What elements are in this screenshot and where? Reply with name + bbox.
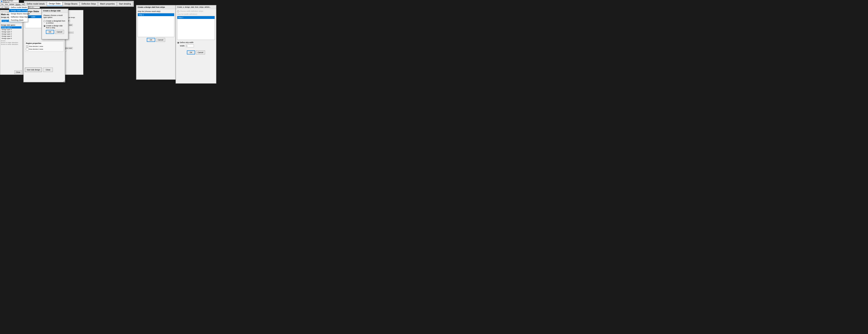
menu-view[interactable]: View: [5, 3, 8, 5]
menu-file[interactable]: File: [1, 3, 4, 5]
show-dir1-label: Show direction 1 areas: [29, 45, 43, 47]
strips-dialog-2: Create_a_design_slab_from_strips_definit…: [176, 5, 216, 84]
define-width-radio[interactable]: [177, 42, 179, 44]
region-props-title: Region properties: [26, 42, 63, 44]
menu-action[interactable]: Action: [9, 3, 14, 5]
width-input-row: Width:: [180, 44, 215, 47]
resize-handle[interactable]: [63, 80, 65, 82]
show-dir2-label: Show direction 2 areas: [29, 49, 43, 50]
span-item-4[interactable]: Design span 4: [1, 33, 22, 35]
option2-radio[interactable]: [43, 25, 45, 27]
menu-deflection-strips-manager[interactable]: Deflection Strips Manager: [9, 16, 28, 19]
choose-width-row: Choose width definition strips:: [177, 10, 215, 12]
strips1-buttons: OK Cancel: [137, 38, 174, 42]
menu-define-model[interactable]: Define model details: [9, 6, 28, 9]
define-strip-width-row: Define strip width: [177, 41, 215, 44]
strips2-buttons: OK Cancel: [177, 51, 215, 55]
strips-dialog-1: Create a design slab from strips Strip l…: [136, 5, 176, 80]
errors-label: Errors:: [1, 40, 22, 42]
strips1-ok-btn[interactable]: OK: [147, 38, 155, 42]
create-slab-cancel-btn[interactable]: Cancel: [55, 30, 64, 34]
tab-deflection-strips[interactable]: Deflection Strips: [80, 2, 98, 6]
slabs-bottom-buttons: Start slab design Close: [25, 68, 64, 72]
errors-major: Errors in major direction:: [1, 42, 22, 43]
result-strip-list[interactable]: Strip 1: [137, 13, 174, 37]
show-dir2-row: Show direction 2 areas: [26, 48, 63, 51]
span-item-3[interactable]: Design span 3: [1, 31, 22, 33]
nav-tabs: Define model details Design Slabs Design…: [24, 1, 134, 7]
menu-design-beams-manager[interactable]: Design Beams Manager: [9, 12, 28, 16]
show-dir1-row: Show direction 1 areas: [26, 45, 63, 48]
menu-design[interactable]: Design: [16, 3, 21, 5]
errors-minor: Errors in minor direction:: [1, 43, 22, 45]
width-def-list-label: Strip list (width definition):: [177, 13, 215, 15]
option2-label: Create a design slab from a strip.: [46, 25, 66, 29]
menu-punching-check[interactable]: Punching check: [9, 19, 28, 22]
create-slab-prompt: Pleases choose a result type option:: [43, 14, 66, 18]
spans-list[interactable]: Design span 1 Design span 2 Design span …: [1, 26, 22, 39]
strips-dialog2-body: Choose width definition strips: Strip li…: [176, 9, 216, 56]
tab-define-model[interactable]: Define model details: [25, 2, 47, 6]
errors-section: Errors: Errors in major direction: Error…: [1, 40, 22, 45]
strips-dialog1-body: Strip list (choose result strip): Strip …: [136, 9, 176, 43]
span-item-5[interactable]: Design span 5: [1, 35, 22, 37]
strips2-ok-btn[interactable]: OK: [187, 51, 195, 55]
define-strip-width-label: Define strip width: [180, 41, 193, 43]
app-title: BE4E-PLDesign - [Project 2]: [3, 0, 18, 3]
width-def-strip-list[interactable]: Strip 1: [177, 16, 215, 40]
menu-design-slabs-manager[interactable]: Design Slabs Manager: [9, 9, 28, 12]
width-strip-item[interactable]: Strip 1: [177, 16, 215, 19]
close-design-slabs-btn[interactable]: Close: [43, 68, 53, 72]
tab-start-detailing[interactable]: Start detailing: [117, 2, 133, 6]
option1-label: Create a designlab from a contour.: [46, 20, 66, 24]
span-item-6[interactable]: Design span 6: [1, 37, 22, 39]
choose-width-label: Choose width definition strips:: [180, 10, 204, 12]
tab-design-slabs[interactable]: Design Slabs: [47, 2, 62, 6]
strips2-cancel-btn[interactable]: Cancel: [196, 51, 205, 55]
title-bar: BE4E-PLDesign - [Project 2]: [0, 0, 19, 3]
start-design-btn[interactable]: Start slab design: [25, 68, 42, 72]
option2-row: Create a design slab from a strip.: [43, 25, 66, 29]
design-dropdown-menu: Define model details Design Slabs Manage…: [9, 6, 28, 22]
strips2-width-label: Width:: [180, 45, 185, 47]
option1-radio[interactable]: [43, 20, 45, 22]
choose-width-radio[interactable]: [177, 10, 179, 12]
span-item-2[interactable]: Design span 2: [1, 29, 22, 31]
create-slab-body: Pleases choose a result type option: Cre…: [42, 13, 68, 35]
create-slab-dialog: Create a design slab Pleases choose a re…: [41, 8, 68, 39]
strips-dialog1-title: Create a design slab from strips: [136, 5, 176, 9]
strips1-cancel-btn[interactable]: Cancel: [156, 38, 165, 42]
close-edit-slab-btn[interactable]: Close: [14, 70, 22, 74]
strip-item-1[interactable]: Strip 1: [138, 13, 174, 16]
show-dir1-checkbox[interactable]: [26, 45, 29, 48]
create-slab-buttons: OK Cancel: [43, 30, 66, 34]
tab-design-beams[interactable]: Design Beams: [63, 2, 80, 6]
strips-dialog2-title: Create_a_design_slab_from_strips_definit…: [176, 5, 216, 9]
span-item-1[interactable]: Design span 1: [1, 26, 22, 29]
toolbar-lc[interactable]: .LC: [1, 6, 3, 8]
option1-row: Create a designlab from a contour.: [43, 20, 66, 24]
app-icon: [1, 1, 2, 2]
strip-list-label: Strip list (choose result strip):: [137, 10, 174, 12]
tab-match-properties[interactable]: Match properties: [98, 2, 117, 6]
create-slab-ok-btn[interactable]: OK: [46, 30, 54, 34]
create-slab-title: Create a design slab: [42, 9, 68, 13]
design-spans-label: Design slab spans:: [1, 24, 22, 26]
show-dir2-checkbox[interactable]: [26, 48, 29, 51]
strips2-width-input[interactable]: [186, 44, 194, 47]
region-props: Region properties Show direction 1 areas…: [25, 41, 64, 52]
